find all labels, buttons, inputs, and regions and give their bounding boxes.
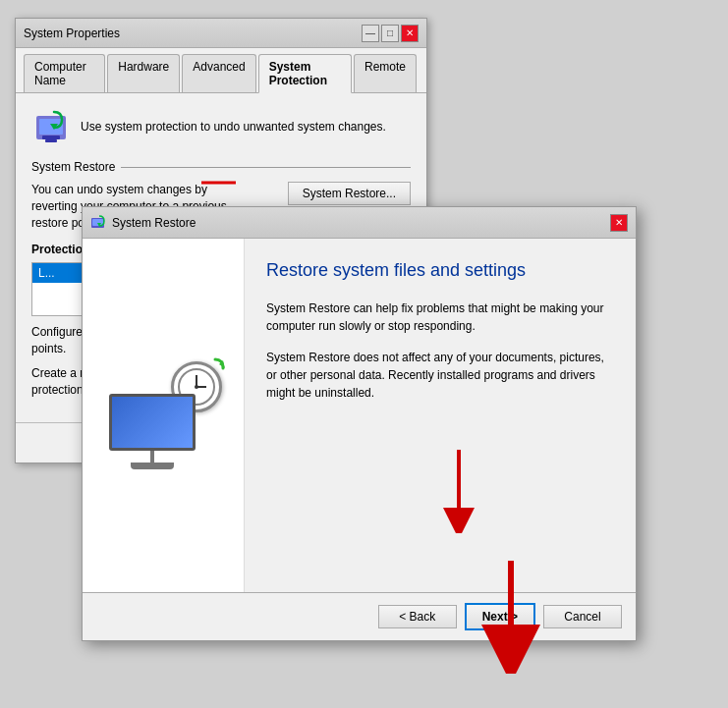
svg-rect-3 [45, 139, 57, 142]
system-props-title: System Properties [24, 27, 120, 40]
back-button[interactable]: < Back [378, 605, 457, 628]
tabs-bar: Computer Name Hardware Advanced System P… [16, 48, 426, 93]
sys-header: Use system protection to undo unwanted s… [31, 107, 411, 146]
tab-advanced[interactable]: Advanced [182, 54, 255, 92]
restore-paragraph-2: System Restore does not affect any of yo… [266, 349, 614, 402]
system-restore-dialog: System Restore ✕ [82, 206, 637, 641]
restore-illustration [104, 361, 222, 469]
restore-dialog-icon [90, 215, 106, 231]
close-button[interactable]: ✕ [401, 25, 419, 42]
divider-line [121, 167, 411, 168]
system-protection-icon [31, 107, 71, 146]
red-down-arrow [439, 445, 478, 533]
tab-computer-name[interactable]: Computer Name [24, 54, 105, 92]
svg-point-13 [195, 385, 198, 389]
restore-footer: < Back Next > Cancel [83, 592, 636, 640]
tab-system-protection[interactable]: System Protection [258, 54, 352, 93]
restore-section-label: System Restore [31, 160, 115, 174]
restore-close-button[interactable]: ✕ [610, 214, 628, 232]
svg-rect-2 [42, 136, 60, 139]
restore-body: Restore system files and settings System… [83, 239, 636, 592]
red-horizontal-arrow [196, 172, 236, 190]
system-restore-button[interactable]: System Restore... [288, 182, 411, 205]
restore-dialog-title: System Restore [112, 216, 196, 230]
restore-main-title: Restore system files and settings [266, 260, 614, 282]
monitor-icon [109, 394, 196, 469]
restore-illustration-panel [83, 239, 245, 592]
cancel-button[interactable]: Cancel [543, 605, 622, 628]
restore-right-panel: Restore system files and settings System… [245, 239, 636, 592]
tab-hardware[interactable]: Hardware [107, 54, 180, 92]
restore-title-left: System Restore [90, 215, 196, 231]
tab-remote[interactable]: Remote [354, 54, 417, 92]
restore-paragraph-1: System Restore can help fix problems tha… [266, 300, 614, 335]
large-red-down-arrow [481, 556, 540, 674]
system-props-title-bar: System Properties — □ ✕ [16, 19, 426, 48]
restore-title-bar: System Restore ✕ [83, 207, 636, 239]
maximize-button[interactable]: □ [381, 25, 399, 42]
restore-title-controls: ✕ [610, 214, 628, 232]
minimize-button[interactable]: — [362, 25, 379, 42]
title-bar-controls: — □ ✕ [362, 25, 419, 42]
sys-header-text: Use system protection to undo unwanted s… [81, 120, 386, 134]
